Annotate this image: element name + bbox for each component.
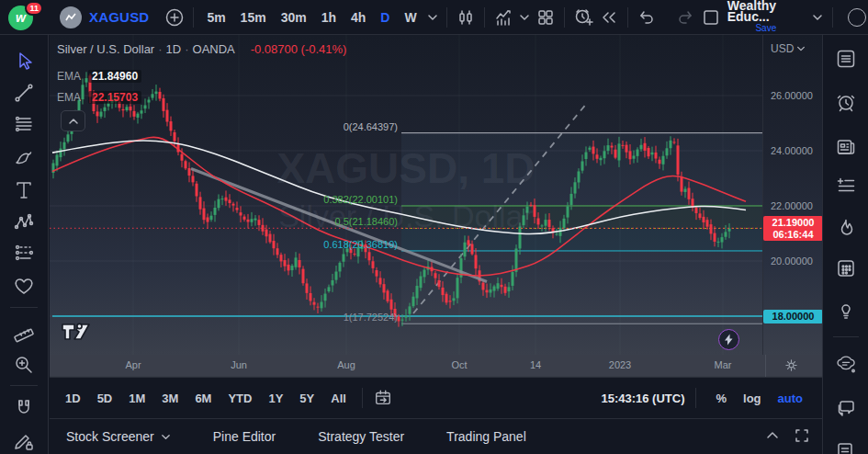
percent-scale-button[interactable]: % bbox=[707, 392, 735, 405]
indicator-row-ema-1[interactable]: EMA 21.84960 bbox=[57, 70, 141, 83]
user-menu-button[interactable]: w 11 bbox=[8, 4, 39, 31]
minds-button[interactable] bbox=[829, 347, 862, 380]
layout-menu-button[interactable] bbox=[808, 5, 827, 30]
range-5y[interactable]: 5Y bbox=[291, 392, 322, 405]
brush-tool-button[interactable] bbox=[8, 143, 39, 171]
hotlists-button[interactable] bbox=[829, 211, 862, 244]
maximize-panel-button[interactable] bbox=[795, 428, 809, 446]
timeframe-menu-button[interactable] bbox=[424, 5, 441, 30]
chart-style-button[interactable] bbox=[453, 5, 479, 30]
time-axis[interactable]: AprJunAugOct142023Mar bbox=[50, 355, 822, 377]
auto-scale-button[interactable]: auto bbox=[770, 392, 811, 405]
trend-line-tool-button[interactable] bbox=[8, 79, 39, 107]
object-tree-button[interactable] bbox=[829, 436, 862, 454]
cursor-tool-button[interactable] bbox=[8, 48, 39, 75]
timeframe-4h[interactable]: 4h bbox=[344, 10, 373, 25]
chart-legend[interactable]: Silver / U.S. Dollar·1D·OANDA -0.08700 (… bbox=[57, 42, 346, 56]
range-ytd[interactable]: YTD bbox=[220, 392, 260, 405]
watchlist-icon bbox=[835, 48, 857, 70]
timeframe-W[interactable]: W bbox=[397, 10, 423, 25]
range-6m[interactable]: 6M bbox=[186, 392, 220, 405]
save-button[interactable]: Save bbox=[755, 23, 776, 34]
indicators-button[interactable] bbox=[490, 5, 516, 30]
fib-retracement-tool-button[interactable] bbox=[8, 110, 39, 138]
emoji-tool-button[interactable] bbox=[8, 272, 39, 300]
ideas-button[interactable] bbox=[829, 294, 862, 327]
go-to-date-button[interactable] bbox=[370, 385, 396, 411]
magnet-mode-button[interactable] bbox=[8, 394, 39, 422]
pattern-tool-button[interactable] bbox=[8, 209, 39, 236]
panel-tab-stock-screener[interactable]: Stock Screener bbox=[66, 429, 171, 444]
last-price-value: 21.19000 bbox=[763, 217, 823, 229]
axis-settings-button[interactable] bbox=[784, 358, 798, 374]
range-1m[interactable]: 1M bbox=[120, 392, 153, 405]
horizontal-line-price-badge: 18.00000 bbox=[763, 310, 823, 323]
chevron-down-icon bbox=[812, 12, 823, 23]
calendar-button[interactable] bbox=[829, 252, 862, 285]
clock-utc[interactable]: 15:43:16 (UTC) bbox=[601, 392, 684, 405]
timeframe-group: 5m15m30m1h4hDW bbox=[199, 10, 423, 25]
lightbulb-icon bbox=[835, 300, 857, 322]
timeframe-30m[interactable]: 30m bbox=[274, 10, 314, 25]
range-3m[interactable]: 3M bbox=[153, 392, 186, 405]
layout-name-button[interactable]: Wealthy Educ... Save bbox=[727, 0, 805, 34]
price-axis[interactable]: USD 26.0000024.0000022.0000020.00000 21.… bbox=[762, 35, 822, 355]
forecast-tool-button[interactable] bbox=[8, 239, 39, 267]
alerts-button[interactable] bbox=[829, 85, 862, 119]
lock-drawings-button[interactable] bbox=[8, 427, 39, 454]
range-5d[interactable]: 5D bbox=[89, 392, 121, 405]
grid-layout-button[interactable] bbox=[533, 5, 558, 30]
chat-button[interactable] bbox=[829, 392, 862, 425]
watchlist-button[interactable] bbox=[829, 42, 862, 75]
panel-tab-trading-panel[interactable]: Trading Panel bbox=[446, 429, 526, 444]
range-1d[interactable]: 1D bbox=[57, 392, 89, 405]
symbol-search-button[interactable]: XAGUSD bbox=[89, 9, 149, 25]
magnet-icon bbox=[13, 397, 35, 419]
range-1y[interactable]: 1Y bbox=[260, 392, 291, 405]
magnifier-plus-icon bbox=[13, 354, 35, 376]
fib-level-label: 0(24.64397) bbox=[50, 121, 398, 133]
log-scale-button[interactable]: log bbox=[735, 392, 770, 405]
bar-replay-button[interactable] bbox=[596, 5, 622, 30]
last-price-badge: 21.19000 06:16:44 bbox=[763, 216, 823, 241]
compare-add-symbol-button[interactable] bbox=[162, 5, 187, 30]
redo-button[interactable] bbox=[672, 5, 698, 30]
fib-level-label: 0.382(22.00101) bbox=[50, 194, 398, 206]
lightning-mode-button[interactable] bbox=[718, 329, 739, 350]
currency-selector[interactable]: USD bbox=[771, 42, 806, 55]
notification-badge: 11 bbox=[25, 1, 43, 16]
layout-square-icon bbox=[701, 7, 721, 28]
zoom-in-tool-button[interactable] bbox=[8, 351, 39, 379]
indicators-menu-button[interactable] bbox=[516, 5, 533, 30]
time-tick: 14 bbox=[530, 359, 541, 370]
text-notes-button[interactable] bbox=[829, 169, 862, 202]
chart-pane[interactable]: XAGUSD, 1D Silver / U.S. Dollar Silver /… bbox=[50, 35, 762, 355]
panel-tab-group: Stock ScreenerPine EditorStrategy Tester… bbox=[50, 429, 526, 444]
timeframe-D[interactable]: D bbox=[373, 10, 397, 25]
timeframe-1h[interactable]: 1h bbox=[314, 10, 344, 25]
undo-button[interactable] bbox=[634, 5, 659, 30]
undo-arrow-icon bbox=[637, 7, 657, 28]
plus-circle-icon bbox=[164, 7, 185, 28]
range-toolbar: 1D5D1M3M6MYTD1Y5YAll 15:43:16 (UTC) % lo… bbox=[50, 377, 822, 418]
collapse-legend-button[interactable] bbox=[61, 110, 85, 131]
panel-tab-strategy-tester[interactable]: Strategy Tester bbox=[318, 429, 404, 444]
news-button[interactable] bbox=[829, 131, 862, 164]
projection-icon bbox=[13, 242, 35, 264]
document-icon bbox=[835, 441, 857, 454]
indicator-row-ema-2[interactable]: EMA 22.15703 bbox=[57, 91, 141, 104]
measure-tool-button[interactable] bbox=[8, 318, 39, 346]
drawing-toolbar bbox=[0, 35, 49, 454]
timeframe-5m[interactable]: 5m bbox=[199, 10, 232, 25]
economic-calendar-icon bbox=[835, 257, 857, 279]
create-alert-button[interactable] bbox=[570, 5, 596, 30]
chevron-down-icon bbox=[519, 12, 530, 23]
range-all[interactable]: All bbox=[322, 392, 355, 405]
publish-icon[interactable] bbox=[848, 8, 866, 27]
text-tool-button[interactable] bbox=[8, 176, 39, 204]
layout-manager-button[interactable] bbox=[698, 5, 724, 30]
panel-tab-pine-editor[interactable]: Pine Editor bbox=[213, 429, 276, 444]
tradingview-watermark-logo[interactable] bbox=[61, 322, 92, 346]
expand-panel-button[interactable] bbox=[765, 428, 780, 446]
timeframe-15m[interactable]: 15m bbox=[233, 10, 274, 25]
